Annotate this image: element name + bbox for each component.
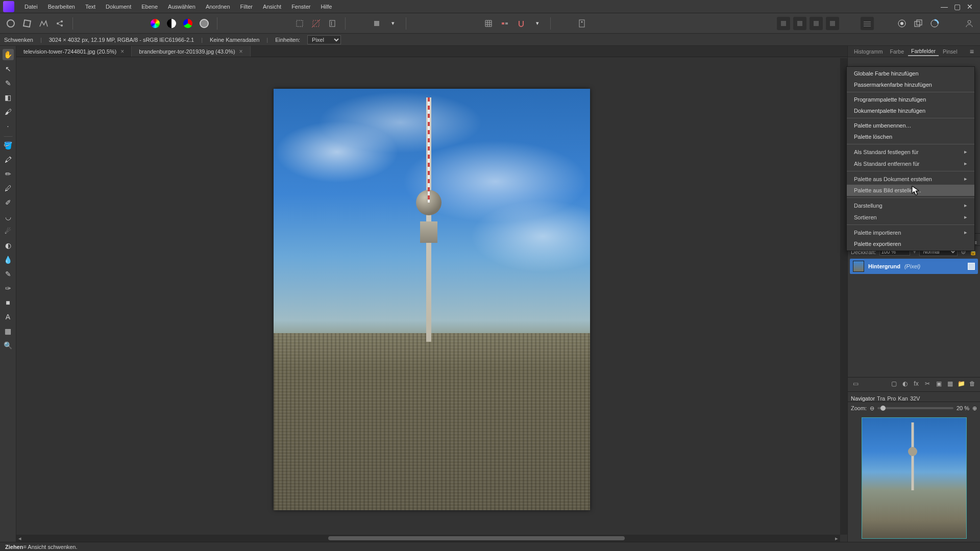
zoom-in-icon[interactable]: ⊕ — [972, 405, 977, 412]
rgb-icon[interactable] — [181, 17, 194, 30]
color-picker-tool-icon[interactable]: ✎ — [3, 78, 14, 89]
menu-ansicht[interactable]: Ansicht — [258, 2, 286, 12]
color-wheel-icon[interactable] — [149, 17, 162, 30]
text-tool-icon[interactable]: A — [3, 311, 14, 322]
menu-fenster[interactable]: Fenster — [286, 2, 315, 12]
units-select[interactable]: Pixel — [307, 35, 341, 44]
scroll-right-icon[interactable]: ▸ — [833, 535, 840, 542]
dropdown2-icon[interactable]: ▾ — [531, 17, 544, 30]
navtab-32v[interactable]: 32V — [910, 395, 920, 402]
crop-tool-icon[interactable] — [370, 17, 383, 30]
menu-palette-importieren[interactable]: Palette importieren▸ — [847, 227, 974, 238]
menu-dokumentpalette[interactable]: Dokumentpalette hinzufügen — [847, 105, 974, 116]
selection-marquee-icon[interactable] — [293, 17, 306, 30]
snapping-icon[interactable] — [514, 17, 528, 30]
zoom-out-icon[interactable]: ⊖ — [870, 405, 874, 412]
op2-icon[interactable] — [793, 17, 806, 30]
navtab-navigator[interactable]: Navigator — [851, 395, 875, 402]
layer-group-icon[interactable]: ▣ — [934, 380, 943, 387]
op3-icon[interactable] — [810, 17, 823, 30]
menu-programmpalette[interactable]: Programmpalette hinzufügen — [847, 94, 974, 105]
layer-delete-icon[interactable]: 🗑 — [968, 380, 977, 387]
menu-datei[interactable]: Datei — [19, 2, 43, 12]
persona-liquify-icon[interactable] — [20, 17, 34, 30]
maximize-icon[interactable]: ▢ — [954, 3, 961, 11]
layer-fx2-icon[interactable]: fx — [912, 380, 921, 387]
persona-photo-icon[interactable] — [4, 17, 17, 30]
dodge-tool-icon[interactable]: ◐ — [3, 240, 14, 251]
blur-tool-icon[interactable]: ✑ — [3, 283, 14, 294]
panel-menu-icon[interactable]: ≡ — [967, 46, 977, 57]
grayscale-icon[interactable] — [165, 17, 178, 30]
sharpen-tool-icon[interactable]: ✎ — [3, 268, 14, 280]
burn-tool-icon[interactable]: 💧 — [3, 254, 14, 265]
doc-tab-active[interactable]: television-tower-7244801.jpg (20.5%) × — [16, 46, 132, 57]
scroll-left-icon[interactable]: ◂ — [16, 535, 23, 542]
menu-auswaehlen[interactable]: Auswählen — [163, 2, 201, 12]
menu-palette-umbenennen[interactable]: Palette umbenennen… — [847, 120, 974, 131]
op4-icon[interactable] — [826, 17, 839, 30]
zoom-tool-icon[interactable]: 🔍 — [3, 340, 14, 351]
menu-sortieren[interactable]: Sortieren▸ — [847, 211, 974, 223]
persona-export-icon[interactable] — [53, 17, 66, 30]
close-icon[interactable]: ✕ — [967, 3, 973, 11]
move-tool-icon[interactable]: ↖ — [3, 63, 14, 74]
layers-icon[interactable] — [912, 17, 925, 30]
smudge-tool-icon[interactable]: ☄ — [3, 226, 14, 237]
navtab-pro[interactable]: Pro — [887, 395, 896, 402]
align-panel-icon[interactable] — [861, 17, 874, 30]
menu-anordnen[interactable]: Anordnen — [201, 2, 235, 12]
minimize-icon[interactable]: — — [941, 3, 948, 11]
op1-icon[interactable] — [777, 17, 790, 30]
menu-filter[interactable]: Filter — [235, 2, 258, 12]
crop-tool-icon[interactable]: ◧ — [3, 92, 14, 103]
hand-tool-icon[interactable]: ✋ — [3, 49, 14, 60]
swatches-icon[interactable] — [928, 17, 941, 30]
menu-passermarke[interactable]: Passermarkenfarbe hinzufügen — [847, 79, 974, 90]
layer-fx-icon[interactable]: ▢ — [889, 380, 898, 387]
spray-tool-icon[interactable]: · — [3, 120, 14, 132]
dropdown-arrow-icon[interactable]: ▾ — [386, 17, 400, 30]
grid-icon[interactable] — [482, 17, 495, 30]
fill-tool-icon[interactable]: 🪣 — [3, 140, 14, 151]
menu-dokument[interactable]: Dokument — [101, 2, 136, 12]
alignment-icon[interactable] — [498, 17, 511, 30]
menu-standard-festlegen[interactable]: Als Standard festlegen für▸ — [847, 146, 974, 158]
menu-hilfe[interactable]: Hilfe — [315, 2, 337, 12]
menu-palette-bild[interactable]: Palette aus Bild erstellen… — [847, 185, 974, 196]
heal-tool-icon[interactable]: 🖍 — [3, 154, 14, 165]
zoom-slider[interactable] — [877, 407, 953, 409]
layer-crop-icon[interactable]: ✂ — [923, 380, 932, 387]
menu-darstellung[interactable]: Darstellung▸ — [847, 199, 974, 211]
tab-close-icon[interactable]: × — [239, 48, 243, 55]
navigator-preview[interactable] — [862, 417, 967, 539]
navtab-tra[interactable]: Tra — [877, 395, 885, 402]
layer-mask-icon[interactable]: ▭ — [851, 380, 860, 387]
selection-remove-icon[interactable] — [309, 17, 323, 30]
tab-pinsel[interactable]: Pinsel — [940, 47, 961, 56]
mesh-tool-icon[interactable]: ▦ — [3, 325, 14, 337]
soft-proof-icon[interactable] — [198, 17, 211, 30]
tab-farbfelder[interactable]: Farbfelder — [908, 47, 939, 56]
menu-bearbeiten[interactable]: Bearbeiten — [43, 2, 80, 12]
shape-tool-icon[interactable]: ■ — [3, 297, 14, 308]
quick-mask-icon[interactable]: I — [326, 17, 339, 30]
tab-close-icon[interactable]: × — [120, 48, 124, 55]
brush-tool-icon[interactable]: 🖌 — [3, 106, 14, 117]
clone-tool-icon[interactable]: ✏ — [3, 168, 14, 180]
stock-icon[interactable] — [895, 17, 909, 30]
menu-text[interactable]: Text — [80, 2, 101, 12]
scroll-thumb[interactable] — [328, 536, 625, 540]
layer-adjust-icon[interactable]: ◐ — [900, 380, 910, 387]
menu-globale-farbe[interactable]: Globale Farbe hinzufügen — [847, 68, 974, 79]
menu-palette-exportieren[interactable]: Palette exportieren — [847, 238, 974, 249]
navtab-kan[interactable]: Kan — [898, 395, 908, 402]
layer-row[interactable]: Hintergrund (Pixel) — [850, 259, 978, 274]
menu-ebene[interactable]: Ebene — [136, 2, 163, 12]
canvas-area[interactable] — [16, 57, 847, 542]
menu-palette-loeschen[interactable]: Palette löschen — [847, 131, 974, 142]
doc-tab-inactive[interactable]: brandenburger-tor-201939.jpg (43.0%) × — [132, 46, 250, 57]
menu-standard-entfernen[interactable]: Als Standard entfernen für▸ — [847, 158, 974, 169]
account-icon[interactable] — [963, 17, 976, 30]
layer-add-icon[interactable]: ▦ — [945, 380, 954, 387]
